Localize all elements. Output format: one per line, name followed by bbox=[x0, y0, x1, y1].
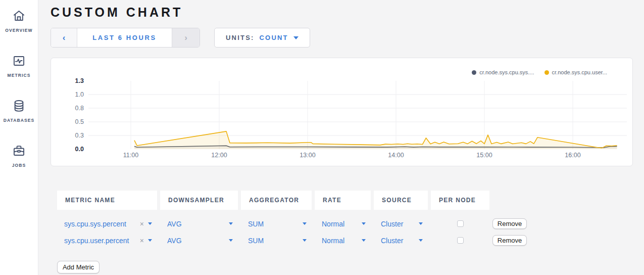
legend-dot-sys bbox=[472, 70, 476, 75]
chart-panel: 0.00.30.50.81.01.311:0012:0013:0014:0015… bbox=[51, 58, 633, 166]
source-value: Cluster bbox=[381, 237, 403, 245]
units-value: COUNT bbox=[260, 34, 288, 41]
toolbar: ‹ LAST 6 HOURS › UNITS: COUNT bbox=[51, 28, 633, 48]
column-header-source: SOURCE bbox=[374, 191, 428, 210]
column-header-metric-name: METRIC NAME bbox=[57, 191, 157, 210]
remove-button[interactable]: Remove bbox=[492, 235, 527, 246]
time-next-button[interactable]: › bbox=[172, 28, 200, 47]
svg-text:0.5: 0.5 bbox=[75, 118, 84, 125]
source-select[interactable]: Cluster bbox=[374, 237, 428, 245]
units-label: UNITS: bbox=[226, 34, 255, 41]
briefcase-icon bbox=[12, 144, 26, 160]
downsampler-value: AVG bbox=[167, 220, 182, 228]
chevron-right-icon: › bbox=[184, 33, 187, 42]
metric-name-value: sys.cpu.sys.percent bbox=[64, 220, 126, 228]
downsampler-value: AVG bbox=[167, 237, 182, 245]
aggregator-select[interactable]: SUM bbox=[241, 237, 312, 245]
chevron-down-icon bbox=[303, 239, 307, 242]
svg-text:12:00: 12:00 bbox=[211, 152, 227, 159]
table-row: sys.cpu.user.percent × AVG SUM Normal Cl… bbox=[57, 232, 633, 249]
main-content: CUSTOM CHART ‹ LAST 6 HOURS › UNITS: COU… bbox=[38, 0, 644, 275]
app-window: OVERVIEW METRICS DATABASES JOBS CUSTOM C… bbox=[0, 0, 644, 275]
svg-text:15:00: 15:00 bbox=[476, 152, 492, 159]
sidebar-item-overview[interactable]: OVERVIEW bbox=[5, 9, 32, 33]
add-metric-button[interactable]: Add Metric bbox=[57, 261, 100, 273]
chevron-down-icon bbox=[303, 222, 307, 225]
svg-text:11:00: 11:00 bbox=[123, 152, 138, 159]
per-node-checkbox[interactable] bbox=[457, 237, 464, 244]
sidebar-item-metrics[interactable]: METRICS bbox=[8, 54, 31, 78]
rate-select[interactable]: Normal bbox=[315, 237, 371, 245]
column-header-aggregator: AGGREGATOR bbox=[241, 191, 312, 210]
clear-icon[interactable]: × bbox=[140, 237, 144, 245]
units-dropdown[interactable]: UNITS: COUNT bbox=[214, 28, 310, 48]
sidebar-item-label: DATABASES bbox=[4, 118, 35, 123]
time-range-dropdown[interactable]: LAST 6 HOURS bbox=[77, 28, 172, 47]
legend-dot-user bbox=[544, 70, 549, 75]
metric-name-select[interactable]: sys.cpu.sys.percent × bbox=[57, 220, 157, 228]
svg-text:16:00: 16:00 bbox=[565, 152, 580, 159]
svg-text:0.0: 0.0 bbox=[75, 146, 84, 153]
source-value: Cluster bbox=[381, 220, 403, 228]
clear-icon[interactable]: × bbox=[140, 220, 144, 228]
database-icon bbox=[12, 99, 26, 115]
chevron-down-icon bbox=[293, 36, 299, 39]
page-title: CUSTOM CHART bbox=[51, 5, 633, 20]
chevron-down-icon bbox=[419, 222, 423, 225]
chevron-down-icon bbox=[362, 222, 366, 225]
chevron-down-icon bbox=[229, 222, 233, 225]
metrics-graph-icon bbox=[12, 54, 26, 70]
downsampler-select[interactable]: AVG bbox=[160, 237, 238, 245]
chevron-down-icon bbox=[419, 239, 423, 242]
downsampler-select[interactable]: AVG bbox=[160, 220, 238, 228]
time-range-selector: ‹ LAST 6 HOURS › bbox=[51, 28, 200, 48]
aggregator-value: SUM bbox=[248, 237, 264, 245]
svg-text:1.0: 1.0 bbox=[75, 91, 84, 98]
remove-button[interactable]: Remove bbox=[492, 218, 527, 229]
sidebar-item-label: JOBS bbox=[12, 163, 26, 168]
chevron-down-icon bbox=[148, 222, 152, 225]
metrics-table: METRIC NAME DOWNSAMPLER AGGREGATOR RATE … bbox=[57, 191, 633, 249]
table-row: sys.cpu.sys.percent × AVG SUM Normal Clu… bbox=[57, 215, 633, 232]
svg-text:13:00: 13:00 bbox=[300, 152, 315, 159]
legend-item[interactable]: cr.node.sys.cpu.sys.... bbox=[472, 69, 534, 75]
svg-text:0.3: 0.3 bbox=[75, 132, 84, 139]
sidebar-item-databases[interactable]: DATABASES bbox=[4, 99, 35, 123]
svg-text:0.8: 0.8 bbox=[75, 105, 84, 112]
chevron-down-icon bbox=[229, 239, 233, 242]
chevron-down-icon bbox=[362, 239, 366, 242]
aggregator-select[interactable]: SUM bbox=[241, 220, 312, 228]
metric-name-value: sys.cpu.user.percent bbox=[64, 237, 129, 245]
chart-legend: cr.node.sys.cpu.sys.... cr.node.sys.cpu.… bbox=[472, 69, 607, 75]
rate-select[interactable]: Normal bbox=[315, 220, 371, 228]
legend-label: cr.node.sys.cpu.sys.... bbox=[479, 69, 534, 75]
time-prev-button[interactable]: ‹ bbox=[51, 28, 77, 47]
home-icon bbox=[12, 9, 26, 25]
column-header-rate: RATE bbox=[315, 191, 371, 210]
sidebar: OVERVIEW METRICS DATABASES JOBS bbox=[0, 0, 38, 275]
legend-item[interactable]: cr.node.sys.cpu.user... bbox=[544, 69, 607, 75]
metric-name-select[interactable]: sys.cpu.user.percent × bbox=[57, 237, 157, 245]
column-header-actions bbox=[492, 191, 534, 210]
column-header-downsampler: DOWNSAMPLER bbox=[160, 191, 238, 210]
sidebar-item-jobs[interactable]: JOBS bbox=[12, 144, 26, 168]
legend-label: cr.node.sys.cpu.user... bbox=[552, 69, 607, 75]
per-node-checkbox[interactable] bbox=[457, 220, 464, 227]
rate-value: Normal bbox=[322, 220, 344, 228]
svg-text:1.3: 1.3 bbox=[75, 77, 84, 84]
chevron-down-icon bbox=[148, 239, 152, 242]
rate-value: Normal bbox=[322, 237, 344, 245]
source-select[interactable]: Cluster bbox=[374, 220, 428, 228]
column-header-per-node: PER NODE bbox=[431, 191, 489, 210]
sidebar-item-label: METRICS bbox=[8, 73, 31, 78]
chevron-left-icon: ‹ bbox=[63, 33, 66, 42]
sidebar-item-label: OVERVIEW bbox=[5, 28, 32, 33]
aggregator-value: SUM bbox=[248, 220, 264, 228]
table-header-row: METRIC NAME DOWNSAMPLER AGGREGATOR RATE … bbox=[57, 191, 633, 210]
svg-text:14:00: 14:00 bbox=[388, 152, 404, 159]
